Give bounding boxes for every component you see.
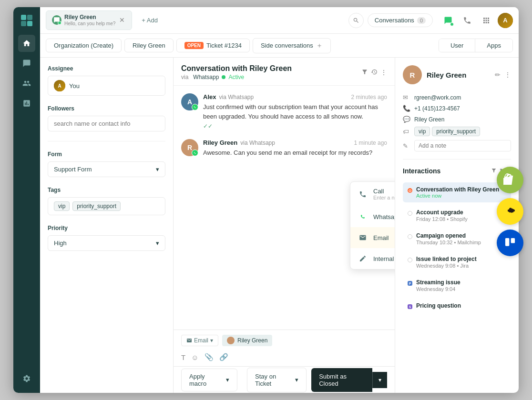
- contact-note-row: ✎: [403, 140, 511, 151]
- tab-side-conversations[interactable]: Side conversations ＋: [253, 38, 331, 53]
- email-icon: [358, 233, 368, 242]
- compose-channel-button[interactable]: Email ▾: [181, 335, 218, 346]
- interaction-item-streaming[interactable]: P Streaming issue Wednesday 9:04: [403, 275, 511, 296]
- interaction-dot-s: S: [408, 304, 412, 309]
- contact-tags-row: 🏷 vip priority_support: [403, 127, 511, 136]
- compose-channel-label: Email: [194, 337, 208, 344]
- submit-closed-button[interactable]: Submit as Closed ▾: [311, 368, 387, 392]
- message-item: A Alex via Whatsapp 2 minutes ago J: [181, 93, 387, 130]
- shopify-app-icon[interactable]: [497, 167, 523, 193]
- sidebar-item-conversations[interactable]: [18, 55, 35, 72]
- phone-button[interactable]: [460, 13, 475, 28]
- contact-tag-priority[interactable]: priority_support: [432, 127, 480, 136]
- left-panel: Assignee A You Followers Form: [40, 58, 174, 393]
- dropdown-item-whatsapp[interactable]: Whatsapp: [350, 206, 395, 227]
- tab-close-icon[interactable]: ✕: [118, 16, 126, 24]
- interactions-filter-icon[interactable]: [491, 168, 497, 175]
- svg-rect-2: [21, 21, 26, 26]
- filter-icon[interactable]: [361, 69, 368, 77]
- svg-rect-1: [27, 15, 32, 20]
- interaction-item-campaign[interactable]: Campaign opened Thursday 10:32 • Mailchi…: [403, 229, 511, 249]
- interaction-item-pricing[interactable]: S Pricing question: [403, 299, 511, 313]
- followers-section: Followers: [48, 105, 165, 131]
- submit-closed-label: Submit as Closed: [311, 368, 372, 392]
- dropdown-item-call[interactable]: Call Enter a number: [350, 182, 395, 206]
- conversations-label: Conversations: [375, 17, 414, 24]
- more-options-icon[interactable]: ⋮: [504, 71, 511, 79]
- chat-status-button[interactable]: [440, 13, 456, 28]
- add-tab-button[interactable]: + Add: [136, 14, 164, 27]
- user-avatar[interactable]: A: [498, 13, 513, 28]
- interaction-subtitle: Thursday 10:32 • Mailchimp: [416, 240, 506, 245]
- tag-vip[interactable]: vip: [54, 201, 70, 211]
- edit-icon[interactable]: ✏: [495, 71, 501, 79]
- attach-icon[interactable]: 📎: [205, 353, 214, 361]
- contact-tag-vip[interactable]: vip: [414, 127, 430, 136]
- conversations-button[interactable]: Conversations 0: [368, 13, 433, 27]
- message-text: Awesome. Can you send me an email receip…: [203, 148, 387, 158]
- dropdown-item-email[interactable]: Email: [350, 227, 395, 248]
- dropdown-item-internal-note[interactable]: Internal note: [350, 248, 395, 269]
- call-icon: [358, 190, 368, 199]
- tab-ticket[interactable]: Open Ticket #1234: [176, 39, 250, 52]
- interaction-list: O Conversation with Riley Green Active n…: [403, 182, 511, 313]
- conversation-title: Conversation with Riley Green: [181, 64, 292, 73]
- trello-app-icon[interactable]: [497, 230, 523, 256]
- interaction-subtitle: Wednesday 9:08 • Jira: [416, 263, 506, 269]
- apply-macro-button[interactable]: Apply macro ▾: [181, 369, 237, 391]
- tag-priority-support[interactable]: priority_support: [72, 201, 121, 211]
- sidebar-item-contacts[interactable]: [18, 75, 35, 92]
- tab-apps-panel[interactable]: Apps: [475, 39, 512, 52]
- submit-closed-dropdown-icon[interactable]: ▾: [372, 372, 387, 388]
- sidebar-item-home[interactable]: [18, 35, 35, 52]
- ticket-status-badge: Open: [184, 42, 204, 49]
- tag-icon: 🏷: [403, 128, 410, 135]
- whatsapp-badge: [192, 104, 198, 110]
- logo[interactable]: [19, 13, 34, 28]
- format-text-icon[interactable]: T: [181, 353, 185, 361]
- history-icon[interactable]: [371, 69, 378, 77]
- more-options-icon[interactable]: ⋮: [380, 69, 387, 77]
- tab-user-panel[interactable]: User: [439, 39, 475, 52]
- interaction-item-conv[interactable]: O Conversation with Riley Green Active n…: [403, 182, 511, 202]
- emoji-icon[interactable]: ☺: [191, 353, 198, 361]
- compose-channel-row: Email ▾ Riley Green: [181, 335, 387, 346]
- priority-dropdown[interactable]: High ▾: [48, 235, 165, 251]
- middle-panel: Conversation with Riley Green via Whatsa…: [174, 58, 395, 393]
- search-button[interactable]: [348, 13, 364, 28]
- tab-user[interactable]: Riley Green: [124, 39, 174, 52]
- bottom-bar: Apply macro ▾ Stay on Ticket ▾ Submit as…: [174, 366, 395, 393]
- sidebar-item-reports[interactable]: [18, 95, 35, 112]
- assignee-selector[interactable]: A You: [48, 76, 165, 96]
- sidebar-item-settings[interactable]: [18, 370, 35, 387]
- whatsapp-icon: 💬: [403, 116, 410, 123]
- note-input[interactable]: [414, 140, 511, 151]
- tab-organization[interactable]: Organization (Create): [46, 39, 122, 52]
- add-side-conv-icon[interactable]: ＋: [316, 41, 323, 50]
- form-dropdown[interactable]: Support Form ▾: [48, 161, 165, 177]
- compose-recipient[interactable]: Riley Green: [222, 335, 272, 346]
- stay-on-ticket-button[interactable]: Stay on Ticket ▾: [247, 368, 307, 392]
- interaction-dot-empty: [408, 234, 412, 239]
- sidebar: [13, 7, 40, 393]
- interaction-item-issue[interactable]: Issue linked to project Wednesday 9:08 •…: [403, 252, 511, 272]
- followers-input[interactable]: [48, 116, 165, 131]
- mailchimp-app-icon[interactable]: [497, 198, 523, 225]
- interaction-content: Account upgrade Friday 12:08 • Shopify: [416, 209, 506, 222]
- active-tab[interactable]: Riley Green Hello, can you help me? ✕: [46, 10, 132, 30]
- tags-container[interactable]: vip priority_support: [48, 197, 165, 215]
- messages-area: A Alex via Whatsapp 2 minutes ago J: [174, 86, 395, 330]
- interaction-item-upgrade[interactable]: Account upgrade Friday 12:08 • Shopify: [403, 205, 511, 226]
- interactions-header: Interactions ↻ ▾: [403, 167, 511, 175]
- interaction-title: Account upgrade: [416, 209, 506, 216]
- user-apps-tabs: User Apps: [439, 39, 513, 52]
- call-label: Call: [373, 188, 395, 195]
- main-content: Riley Green Hello, can you help me? ✕ + …: [40, 7, 519, 393]
- internal-note-label: Internal note: [373, 255, 395, 262]
- stay-on-ticket-label: Stay on Ticket: [255, 373, 292, 387]
- assignee-section: Assignee A You: [48, 65, 165, 96]
- grid-button[interactable]: [479, 13, 494, 28]
- note-icon: ✎: [403, 142, 410, 150]
- link-icon[interactable]: 🔗: [219, 353, 228, 361]
- email-label: Email: [373, 234, 389, 241]
